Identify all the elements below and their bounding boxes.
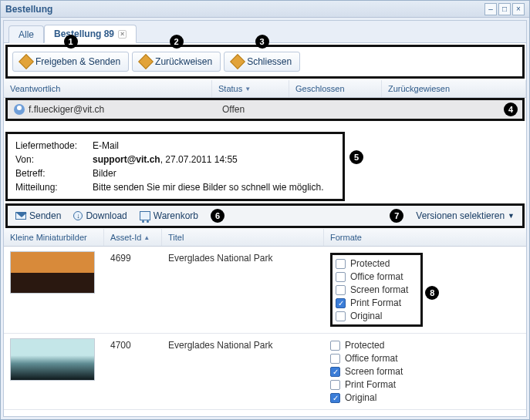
checkbox[interactable] [330,380,340,390]
body: Alle Bestellung 89 × 1 Freigeben & Sende… [3,20,527,417]
callout-6: 6 [211,209,224,223]
thumbnail-image[interactable] [10,251,95,294]
checkbox[interactable]: ✓ [330,393,340,403]
callout-7: 7 [390,209,403,223]
close-window-button[interactable]: × [512,3,525,15]
checkbox[interactable] [336,285,346,295]
callout-8: 8 [425,286,439,300]
status-row[interactable]: f.flueckiger@vit.ch Offen 4 [5,98,525,121]
maximize-button[interactable]: □ [498,3,511,15]
col-thumb[interactable]: Kleine Miniaturbilder [4,229,104,246]
format-item[interactable]: Office format [336,271,408,282]
col-responsible[interactable]: Veantwortlich [4,80,212,97]
status-grid-header: Veantwortlich Status ▼ Geschlossen Zurüc… [4,80,526,98]
button-label: Freigeben & Senden [35,56,120,67]
status-cell: Offen [216,100,293,119]
package-icon [19,54,34,69]
package-icon [230,54,245,69]
asset-id-cell: 4699 [104,251,162,328]
asset-title-cell: Everglades National Park [162,251,324,328]
message-value: Bitte senden Sie mir diese Bilder so sch… [93,182,323,193]
action-left: Senden ↓ Download Warenkorb 6 [12,209,224,223]
subject-value: Bilder [93,168,116,179]
cart-icon [140,211,150,220]
format-label: Print Format [350,297,401,308]
format-item[interactable]: Screen format [336,284,408,295]
thumb-cell [4,251,104,328]
callout-2: 2 [170,35,184,49]
callout-4: 4 [504,102,518,116]
tab-label: Alle [19,29,34,40]
dropdown-icon: ▼ [508,212,515,220]
format-label: Original [350,311,382,321]
close-button[interactable]: 3 Schliessen [224,52,300,72]
button-label: Zurückweisen [155,56,212,67]
asset-row[interactable]: 4700Everglades National ParkProtectedOff… [4,334,526,410]
col-rejected[interactable]: Zurückgewiesen [382,80,526,97]
format-item[interactable]: Original [336,311,408,321]
format-label: Screen format [345,366,403,377]
format-item[interactable]: Print Format [330,379,520,390]
format-label: Office format [345,353,397,364]
checkbox[interactable]: ✓ [330,367,340,377]
method-label: Liefermethode: [15,140,93,151]
format-label: Screen format [350,284,408,295]
format-item[interactable]: Office format [330,353,520,364]
method-value: E-Mail [93,140,119,151]
format-cell: ProtectedOffice formatScreen format✓Prin… [324,251,526,328]
tab-close-icon[interactable]: × [118,30,127,39]
callout-5: 5 [349,150,363,164]
format-cell: ProtectedOffice format✓Screen formatPrin… [324,338,526,405]
button-label: Warenkorb [154,210,198,221]
checkbox[interactable]: ✓ [336,298,346,308]
checkbox[interactable] [330,341,340,351]
checkbox[interactable] [336,272,346,282]
from-label: Von: [15,154,93,165]
asset-row[interactable]: 4699Everglades National ParkProtectedOff… [4,247,526,334]
send-button[interactable]: Senden [12,209,64,223]
select-versions-button[interactable]: Versionen selektieren ▼ [413,209,518,223]
cart-button[interactable]: Warenkorb [137,209,201,223]
thumbnail-image[interactable] [10,338,95,381]
col-asset-id[interactable]: Asset-Id ▲ [104,229,162,246]
format-label: Original [345,392,376,403]
release-send-button[interactable]: 1 Freigeben & Senden [12,52,129,72]
from-value: support@vit.ch, 27.07.2011 14:55 [93,154,238,165]
tab-order[interactable]: Bestellung 89 × [44,25,137,43]
window-controls: – □ × [484,3,525,15]
asset-id-cell: 4700 [104,338,162,405]
col-closed[interactable]: Geschlossen [289,80,382,97]
format-highlight-box: ProtectedOffice formatScreen format✓Prin… [330,253,423,327]
col-format[interactable]: Formate [324,229,526,246]
checkbox[interactable] [336,311,346,321]
button-label: Senden [29,210,61,221]
format-label: Protected [350,258,390,269]
subject-label: Betreff: [15,168,93,179]
format-item[interactable]: Protected [330,340,520,351]
callout-1: 1 [64,35,78,49]
checkbox[interactable] [336,259,346,269]
user-icon [14,104,25,115]
download-button[interactable]: ↓ Download [70,209,130,223]
thumb-cell [4,338,104,405]
app-window: Bestellung – □ × Alle Bestellung 89 × 1 … [0,0,530,420]
button-label: Schliessen [247,56,292,67]
checkbox[interactable] [330,354,340,364]
tab-all[interactable]: Alle [8,25,44,43]
minimize-button[interactable]: – [484,3,497,15]
format-label: Protected [345,340,384,351]
responsible-cell: f.flueckiger@vit.ch [8,100,216,119]
format-item[interactable]: ✓Print Format [336,297,408,308]
action-right: 7 Versionen selektieren ▼ [390,209,518,223]
format-item[interactable]: Protected [336,258,408,269]
message-label: Mitteilung: [15,182,93,193]
package-icon [138,54,154,69]
col-title[interactable]: Titel [162,229,324,246]
callout-3: 3 [255,35,269,49]
format-label: Office format [350,271,403,282]
reject-button[interactable]: 2 Zurückweisen [132,52,221,72]
format-item[interactable]: ✓Original [330,392,520,403]
sort-up-icon: ▲ [143,234,150,241]
col-status[interactable]: Status ▼ [212,80,289,97]
format-item[interactable]: ✓Screen format [330,366,520,377]
